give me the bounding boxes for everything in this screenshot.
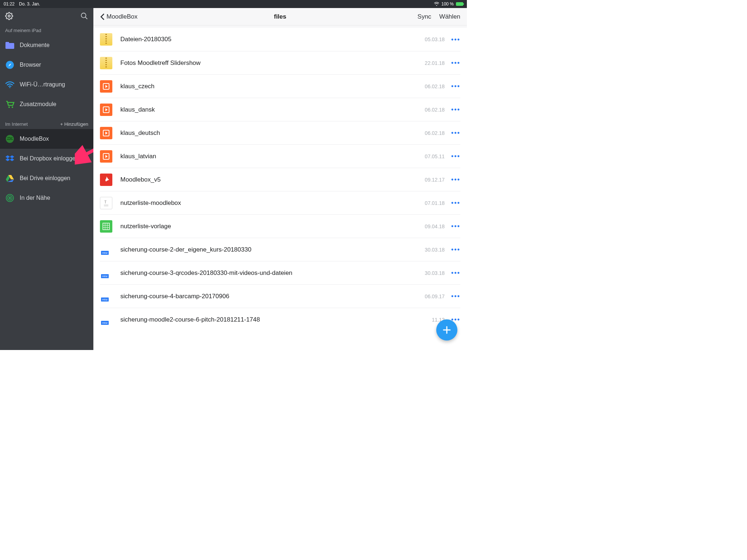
file-name: klaus_czech xyxy=(120,83,425,90)
battery-icon xyxy=(456,2,463,6)
settings-icon[interactable] xyxy=(5,12,13,22)
file-name: Fotos Moodletreff Slidershow xyxy=(120,59,425,67)
file-row[interactable]: Moodlebox_v5 09.12.17 ••• xyxy=(93,168,467,191)
compass-icon xyxy=(5,60,15,70)
file-row[interactable]: T nutzerliste-moodlebox 07.01.18 ••• xyxy=(93,191,467,214)
back-label: MoodleBox xyxy=(107,13,138,20)
file-date: 07.05.11 xyxy=(425,153,445,159)
chevron-left-icon xyxy=(100,13,105,20)
sidebar-section-remote: Im Internet xyxy=(5,121,28,127)
file-row[interactable]: nutzerliste-vorlage 09.04.18 ••• xyxy=(93,214,467,238)
sidebar-item-dropbox[interactable]: Bei Dropbox einloggen xyxy=(0,149,93,168)
more-icon[interactable]: ••• xyxy=(451,246,460,253)
more-icon[interactable]: ••• xyxy=(451,152,460,160)
status-time: 01:22 xyxy=(4,1,15,7)
page-title: files xyxy=(93,13,467,20)
sidebar-item-documents[interactable]: Dokumente xyxy=(0,35,93,55)
battery-text: 100 % xyxy=(441,1,454,7)
sidebar-item-moodlebox[interactable]: MoodleBox xyxy=(0,129,93,149)
file-row[interactable]: Fotos Moodletreff Slidershow 22.01.18 ••… xyxy=(93,51,467,74)
radar-icon xyxy=(5,193,15,203)
sidebar-section-local: Auf meinem iPad xyxy=(5,28,41,33)
svg-marker-28 xyxy=(105,132,108,135)
svg-point-9 xyxy=(12,106,13,108)
more-icon[interactable]: ••• xyxy=(451,176,460,183)
mbz-icon: mbz xyxy=(100,314,112,326)
svg-marker-30 xyxy=(105,155,108,158)
back-button[interactable]: MoodleBox xyxy=(100,13,138,20)
plus-icon xyxy=(442,325,452,335)
svg-point-1 xyxy=(81,13,86,18)
file-date: 30.03.18 xyxy=(425,247,445,253)
select-button[interactable]: Wählen xyxy=(439,13,460,20)
sidebar-item-nearby[interactable]: In der Nähe xyxy=(0,188,93,208)
sidebar-item-addons[interactable]: Zusatzmodule xyxy=(0,94,93,114)
add-fab[interactable] xyxy=(436,319,457,341)
svg-line-2 xyxy=(85,17,88,19)
more-icon[interactable]: ••• xyxy=(451,292,460,300)
sync-button[interactable]: Sync xyxy=(418,13,431,20)
sidebar-item-label: Dokumente xyxy=(20,42,50,48)
file-name: sicherung-course-4-barcamp-20170906 xyxy=(120,293,425,300)
svg-marker-12 xyxy=(10,155,14,158)
file-name: klaus_dansk xyxy=(120,106,425,113)
more-icon[interactable]: ••• xyxy=(451,129,460,137)
svg-marker-14 xyxy=(10,158,14,161)
file-date: 09.04.18 xyxy=(425,223,445,229)
sidebar-item-wifi[interactable]: WiFi-Ü…rtragung xyxy=(0,75,93,94)
more-icon[interactable]: ••• xyxy=(451,269,460,277)
sidebar-item-label: In der Nähe xyxy=(20,195,50,201)
globe-icon xyxy=(5,134,15,144)
add-location-button[interactable]: + Hinzufügen xyxy=(60,121,88,127)
file-row[interactable]: mbz sicherung-course-3-qrcodes-20180330-… xyxy=(93,261,467,284)
sidebar-item-label: WiFi-Ü…rtragung xyxy=(20,81,65,88)
main-panel: MoodleBox files Sync Wählen Dateien-2018… xyxy=(93,8,467,350)
svg-rect-4 xyxy=(5,42,9,44)
file-name: sicherung-moodle2-course-6-pitch-2018121… xyxy=(120,316,432,323)
sidebar-item-browser[interactable]: Browser xyxy=(0,55,93,75)
sidebar-item-label: Bei Drive einloggen xyxy=(20,175,70,182)
richtext-icon: T xyxy=(100,197,112,209)
file-date: 09.12.17 xyxy=(425,177,445,183)
file-date: 06.02.18 xyxy=(425,130,445,136)
svg-point-8 xyxy=(8,106,10,108)
sidebar-item-label: Browser xyxy=(20,62,41,68)
file-date: 06.02.18 xyxy=(425,107,445,113)
toolbar: MoodleBox files Sync Wählen xyxy=(93,8,467,26)
more-icon[interactable]: ••• xyxy=(451,59,460,67)
more-icon[interactable]: ••• xyxy=(451,36,460,43)
file-row[interactable]: klaus_latvian 07.05.11 ••• xyxy=(93,144,467,168)
file-row[interactable]: klaus_deutsch 06.02.18 ••• xyxy=(93,121,467,144)
more-icon[interactable]: ••• xyxy=(451,222,460,230)
svg-point-20 xyxy=(9,197,11,199)
cart-icon xyxy=(5,100,15,109)
zip-icon xyxy=(100,33,112,46)
file-date: 22.01.18 xyxy=(425,60,445,66)
file-row[interactable]: klaus_dansk 06.02.18 ••• xyxy=(93,98,467,121)
file-row[interactable]: Dateien-20180305 05.03.18 ••• xyxy=(93,28,467,51)
file-row[interactable]: klaus_czech 06.02.18 ••• xyxy=(93,74,467,98)
more-icon[interactable]: ••• xyxy=(451,106,460,113)
file-row[interactable]: mbz sicherung-course-4-barcamp-20170906 … xyxy=(93,284,467,308)
mbz-icon: mbz xyxy=(100,244,112,256)
file-row[interactable]: mbz sicherung-moodle2-course-6-pitch-201… xyxy=(93,308,467,331)
svg-text:T: T xyxy=(104,200,107,204)
svg-point-0 xyxy=(8,15,10,17)
zip-icon xyxy=(100,57,112,69)
video-icon xyxy=(100,80,112,93)
more-icon[interactable]: ••• xyxy=(451,82,460,90)
svg-marker-11 xyxy=(5,155,10,158)
file-name: nutzerliste-vorlage xyxy=(120,223,425,230)
file-date: 06.02.18 xyxy=(425,83,445,89)
video-icon xyxy=(100,150,112,163)
video-icon xyxy=(100,104,112,116)
mbz-icon: mbz xyxy=(100,267,112,279)
file-name: sicherung-course-2-der_eigene_kurs-20180… xyxy=(120,246,425,253)
more-icon[interactable]: ••• xyxy=(451,199,460,207)
file-name: sicherung-course-3-qrcodes-20180330-mit-… xyxy=(120,269,425,277)
file-list[interactable]: Dateien-20180305 05.03.18 ••• Fotos Mood… xyxy=(93,28,467,350)
sidebar-item-drive[interactable]: Bei Drive einloggen xyxy=(0,168,93,188)
file-name: Moodlebox_v5 xyxy=(120,176,425,183)
search-icon[interactable] xyxy=(80,12,88,22)
file-row[interactable]: mbz sicherung-course-2-der_eigene_kurs-2… xyxy=(93,238,467,261)
